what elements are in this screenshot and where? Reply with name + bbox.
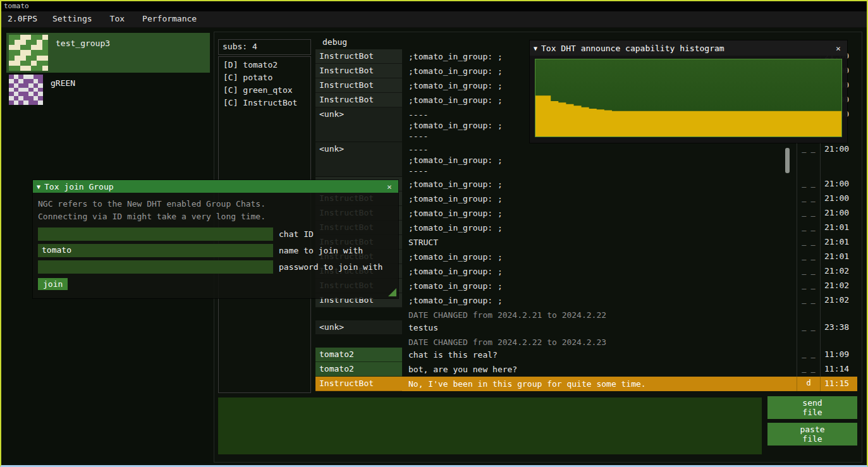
- contact-avatar-icon: [9, 75, 43, 105]
- chat-status-cell: _ _: [797, 279, 820, 293]
- chat-message-cell: bot, are you new here?: [405, 362, 797, 377]
- member-item-potato[interactable]: [C] potato: [220, 72, 309, 85]
- chat-message-row[interactable]: <unk>testus_ _23:38: [315, 320, 857, 335]
- histogram-plot: [535, 59, 842, 137]
- chat-time-cell: 21:02: [820, 293, 857, 308]
- chat-status-cell: [797, 308, 820, 320]
- chat-system-row[interactable]: DATE CHANGED from 2024.2.21 to 2024.2.22: [315, 308, 857, 320]
- chat-message-line: ;tomato_in_group: ;: [408, 193, 793, 204]
- chat-sender-cell: InstructBot: [315, 93, 402, 107]
- chat-sender-cell: [315, 335, 402, 348]
- chat-message-cell: ;tomato_in_group: ;: [405, 206, 797, 221]
- chat-time-cell: 21:01: [820, 235, 857, 250]
- paste-file-button[interactable]: paste file: [767, 423, 857, 446]
- chat-time-cell: 21:00: [820, 191, 857, 206]
- chat-status-cell: d: [797, 377, 820, 391]
- menu-item-performance[interactable]: Performance: [133, 11, 205, 27]
- chat-status-cell: [797, 335, 820, 348]
- join-field-row: chat ID: [38, 227, 393, 241]
- menu-item-tox[interactable]: Tox: [101, 11, 133, 27]
- chat-message-cell: No, I've been in this group for quite so…: [405, 377, 797, 391]
- chat-sender-cell: <unk>: [315, 107, 402, 142]
- chat-message-line: ;tomato_in_group: ;: [408, 281, 793, 291]
- send-file-button[interactable]: send file: [767, 396, 857, 419]
- chat-message-line: ----: [408, 144, 793, 155]
- chat-message-row[interactable]: <unk>----;tomato_in_group: ;----_ _21:00: [315, 142, 857, 177]
- join-input-name-to-join-with[interactable]: tomato: [38, 244, 273, 257]
- chat-message-cell: DATE CHANGED from 2024.2.22 to 2024.2.23: [405, 335, 797, 348]
- chat-time-cell: 23:38: [820, 320, 857, 335]
- chat-sender-cell: tomato2: [315, 348, 402, 362]
- chat-status-cell: _ _: [797, 221, 820, 235]
- chat-status-cell: _ _: [797, 250, 820, 264]
- contact-item-test_group3[interactable]: test_group3: [6, 33, 210, 73]
- member-item-green_qtox[interactable]: [C] green_qtox: [220, 85, 309, 97]
- join-description-line: NGC refers to the New DHT enabled Group …: [38, 198, 393, 210]
- chat-message-line: No, I've been in this group for quite so…: [408, 379, 793, 389]
- chat-scrollbar-thumb[interactable]: [785, 148, 790, 173]
- chat-message-row[interactable]: tomato2bot, are you new here?_ _11:14: [315, 362, 857, 377]
- menu-item-settings[interactable]: Settings: [44, 11, 101, 27]
- chat-message-line: chat is this real?: [408, 349, 793, 360]
- chat-time-cell: 21:00: [820, 177, 857, 191]
- chat-sender-cell: InstructBot: [315, 64, 402, 78]
- chat-message-cell: DATE CHANGED from 2024.2.21 to 2024.2.22: [405, 308, 797, 320]
- tab-debug[interactable]: debug: [322, 37, 347, 47]
- chat-message-line: ;tomato_in_group: ;: [408, 208, 793, 219]
- chat-sender-cell: InstructBot: [315, 377, 402, 391]
- join-field-label: name to join with: [279, 246, 363, 255]
- join-input-chat-ID[interactable]: [38, 227, 273, 241]
- contact-name: gREEN: [51, 75, 75, 88]
- chat-message-cell: chat is this real?: [405, 348, 797, 362]
- join-input-password-to-join-with[interactable]: [38, 260, 273, 274]
- chat-sender-cell: InstructBot: [315, 78, 402, 93]
- chat-status-cell: _ _: [797, 235, 820, 250]
- member-item-tomato2[interactable]: [D] tomato2: [220, 59, 309, 72]
- collapse-icon[interactable]: ▼: [534, 45, 537, 52]
- chat-time-cell: 21:01: [820, 221, 857, 235]
- chat-sender-cell: <unk>: [315, 320, 402, 335]
- collapse-icon[interactable]: ▼: [37, 183, 40, 190]
- chat-message-cell: ;tomato_in_group: ;: [405, 264, 797, 279]
- chat-sender-cell: <unk>: [315, 142, 402, 177]
- chat-message-line: bot, are you new here?: [408, 364, 793, 375]
- subs-count-box: subs: 4: [218, 39, 311, 55]
- dht-histogram-window-body: [530, 56, 847, 143]
- join-group-window-titlebar[interactable]: ▼ Tox join Group ×: [33, 180, 398, 193]
- chat-time-cell: 21:00: [820, 142, 857, 177]
- join-description-line: Connecting via ID might take a very long…: [38, 210, 393, 223]
- subs-count-label: subs: 4: [223, 42, 257, 51]
- resize-grip-icon[interactable]: [388, 288, 396, 296]
- close-icon[interactable]: ×: [384, 182, 394, 191]
- contact-list: test_group3gREEN: [6, 33, 210, 108]
- chat-message-line: ;tomato_in_group: ;: [408, 222, 793, 233]
- chat-time-cell: [820, 335, 857, 348]
- chat-message-cell: ----;tomato_in_group: ;----: [405, 142, 797, 177]
- chat-message-line: ;tomato_in_group: ;: [408, 155, 793, 166]
- dht-histogram-window: ▼ Tox DHT announce capability histogram …: [530, 40, 847, 143]
- join-button[interactable]: join: [38, 278, 68, 290]
- chat-status-cell: _ _: [797, 348, 820, 362]
- chat-sender-cell: [315, 308, 402, 320]
- chat-system-row[interactable]: DATE CHANGED from 2024.2.22 to 2024.2.23: [315, 335, 857, 348]
- member-item-InstructBot[interactable]: [C] InstructBot: [220, 97, 309, 110]
- chat-message-line: DATE CHANGED from 2024.2.22 to 2024.2.23: [408, 337, 793, 348]
- chat-time-cell: 11:15: [820, 377, 857, 391]
- chat-time-cell: 21:02: [820, 279, 857, 293]
- chat-message-line: STRUCT: [408, 237, 793, 248]
- contact-name: test_group3: [56, 35, 110, 48]
- app-window: tomato 2.0FPS SettingsToxPerformance tes…: [0, 0, 868, 467]
- window-title: tomato: [4, 2, 29, 10]
- chat-message-line: ----: [408, 166, 793, 176]
- chat-message-cell: ;tomato_in_group: ;: [405, 250, 797, 264]
- close-icon[interactable]: ×: [833, 44, 843, 53]
- chat-message-row[interactable]: InstructBotNo, I've been in this group f…: [315, 377, 857, 391]
- contact-item-gREEN[interactable]: gREEN: [6, 73, 210, 108]
- chat-message-line: ;tomato_in_group: ;: [408, 252, 793, 262]
- chat-message-row[interactable]: tomato2chat is this real?_ _11:09: [315, 348, 857, 362]
- join-field-label: chat ID: [279, 229, 314, 239]
- dht-histogram-window-titlebar[interactable]: ▼ Tox DHT announce capability histogram …: [530, 40, 847, 56]
- os-titlebar[interactable]: tomato: [1, 1, 867, 11]
- message-input[interactable]: [218, 397, 762, 454]
- menu-items: SettingsToxPerformance: [44, 11, 205, 27]
